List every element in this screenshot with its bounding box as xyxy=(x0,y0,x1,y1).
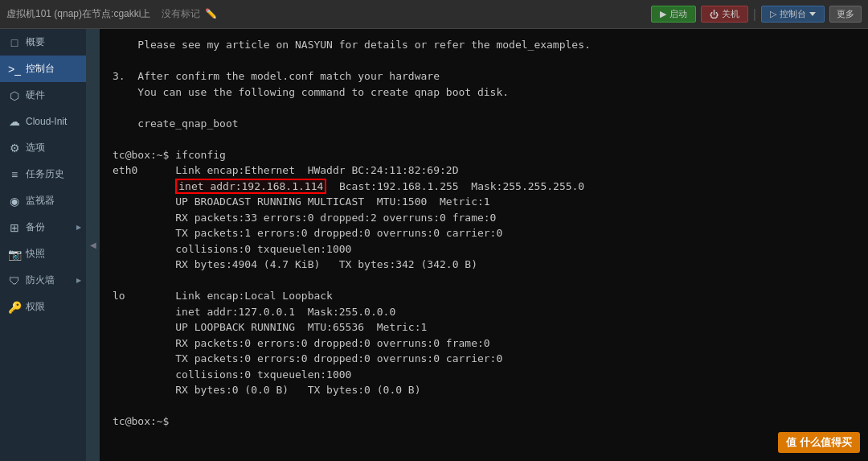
shutdown-button[interactable]: ⏻ 关机 xyxy=(701,6,748,23)
vm-title: 虚拟机101 (qnap)在节点:cgakki上 xyxy=(6,8,150,19)
more-button[interactable]: 更多 xyxy=(829,6,862,23)
sidebar-item-hardware[interactable]: ⬡ 硬件 xyxy=(0,82,86,109)
sidebar-item-snapshot[interactable]: 📷 快照 xyxy=(0,241,86,267)
monitor-label: 监视器 xyxy=(26,194,55,208)
chevron-down-icon xyxy=(809,12,816,16)
sidebar-collapse-arrow[interactable]: ◀ xyxy=(87,29,100,461)
sidebar-item-monitor[interactable]: ◉ 监视器 xyxy=(0,187,86,214)
overview-label: 概要 xyxy=(26,35,45,49)
watermark-text: 值 什么值得买 xyxy=(786,436,852,448)
sidebar-item-backup[interactable]: ⊞ 备份 xyxy=(0,214,86,241)
sidebar-item-overview[interactable]: □ 概要 xyxy=(0,29,86,56)
topbar-title: 虚拟机101 (qnap)在节点:cgakki上 没有标记 ✏️ xyxy=(6,7,646,21)
vm-tag: 没有标记 xyxy=(162,8,200,19)
monitor-icon: ◉ xyxy=(8,195,21,208)
terminal[interactable]: Please see my article on NASYUN for deta… xyxy=(100,29,868,461)
console-label: 控制台 xyxy=(26,62,55,76)
topbar: 虚拟机101 (qnap)在节点:cgakki上 没有标记 ✏️ ▶ 启动 ⏻ … xyxy=(0,0,868,29)
sidebar: □ 概要 >_ 控制台 ⬡ 硬件 ☁ Cloud-Init ⚙ 选项 ≡ 任务历… xyxy=(0,29,87,461)
sidebar-item-cloudinit[interactable]: ☁ Cloud-Init xyxy=(0,109,86,134)
sidebar-item-firewall[interactable]: 🛡 防火墙 xyxy=(0,267,86,294)
power-icon: ⏻ xyxy=(710,10,719,19)
options-label: 选项 xyxy=(26,141,45,154)
permissions-icon: 🔑 xyxy=(8,301,21,314)
start-label: 启动 xyxy=(669,8,687,20)
watermark: 值 什么值得买 xyxy=(778,432,860,453)
console-icon: >_ xyxy=(8,63,21,76)
firewall-label: 防火墙 xyxy=(26,274,55,287)
options-icon: ⚙ xyxy=(8,142,21,154)
snapshot-label: 快照 xyxy=(26,247,45,261)
backup-icon: ⊞ xyxy=(8,221,21,234)
overview-icon: □ xyxy=(8,36,21,49)
sidebar-item-taskhistory[interactable]: ≡ 任务历史 xyxy=(0,161,86,187)
ip-address-highlight: inet addr:192.168.1.114 xyxy=(175,179,326,194)
console-icon: ▷ xyxy=(770,9,776,19)
cloudinit-label: Cloud-Init xyxy=(26,116,67,127)
permissions-label: 权限 xyxy=(26,300,45,314)
snapshot-icon: 📷 xyxy=(8,248,21,261)
main-layout: □ 概要 >_ 控制台 ⬡ 硬件 ☁ Cloud-Init ⚙ 选项 ≡ 任务历… xyxy=(0,29,868,461)
start-button[interactable]: ▶ 启动 xyxy=(651,6,696,23)
taskhistory-label: 任务历史 xyxy=(26,167,64,181)
sidebar-item-options[interactable]: ⚙ 选项 xyxy=(0,134,86,161)
console-button[interactable]: ▷ 控制台 xyxy=(761,6,825,23)
taskhistory-icon: ≡ xyxy=(8,168,21,181)
sidebar-item-console[interactable]: >_ 控制台 xyxy=(0,56,86,82)
shutdown-label: 关机 xyxy=(722,8,739,20)
firewall-icon: 🛡 xyxy=(8,274,21,287)
content-area: Please see my article on NASYUN for deta… xyxy=(100,29,868,461)
hardware-label: 硬件 xyxy=(26,88,45,102)
console-label: 控制台 xyxy=(780,8,806,20)
hardware-icon: ⬡ xyxy=(8,89,21,102)
more-label: 更多 xyxy=(837,9,854,19)
cloudinit-icon: ☁ xyxy=(8,115,21,128)
play-icon: ▶ xyxy=(660,9,666,19)
sidebar-item-permissions[interactable]: 🔑 权限 xyxy=(0,294,86,320)
backup-label: 备份 xyxy=(26,220,45,234)
